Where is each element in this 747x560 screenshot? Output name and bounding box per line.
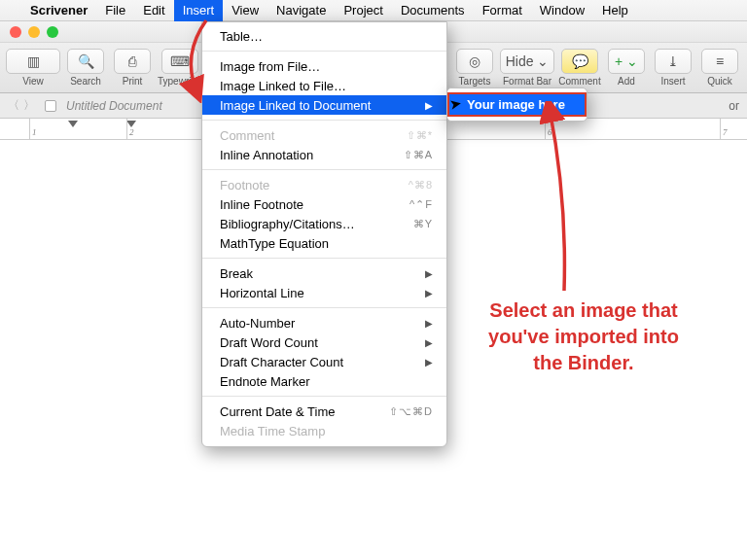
- menu-item-comment: Comment⇧⌘*: [202, 125, 446, 145]
- ruler-tick: 7: [720, 119, 728, 139]
- menu-shortcut: ⌘Y: [413, 218, 433, 230]
- menu-item-endnote-marker[interactable]: Endnote Marker: [202, 371, 446, 391]
- menu-shortcut: ⇧⌘*: [407, 129, 433, 142]
- menu-separator: [202, 258, 446, 259]
- toolbar-add[interactable]: + ⌄Add: [605, 49, 648, 87]
- menu-item-label: Inline Annotation: [220, 148, 313, 162]
- submenu-arrow-icon: ▶: [425, 337, 433, 348]
- submenu-arrow-icon: ▶: [425, 288, 433, 298]
- formatbar-icon: Hide ⌄: [500, 49, 554, 74]
- menu-item-draft-character-count[interactable]: Draft Character Count▶: [202, 352, 446, 371]
- menu-item-bibliography-citations[interactable]: Bibliography/Citations…⌘Y: [202, 214, 446, 233]
- toolbar-view[interactable]: ▥View: [6, 49, 60, 87]
- minimize-window-button[interactable]: [28, 26, 40, 38]
- menu-item-label: Draft Character Count: [220, 355, 343, 369]
- toolbar-insert[interactable]: ⤓Insert: [652, 49, 694, 87]
- zoom-window-button[interactable]: [47, 26, 58, 38]
- submenu-arrow-icon: ▶: [425, 357, 433, 368]
- menu-item-draft-word-count[interactable]: Draft Word Count▶: [202, 332, 446, 352]
- typewriter-icon: ⌨: [161, 49, 198, 74]
- menu-separator: [202, 307, 446, 308]
- view-icon: ▥: [6, 49, 60, 74]
- search-icon: 🔍: [67, 49, 104, 74]
- toolbar-quick-label: Quick: [707, 76, 732, 87]
- menu-item-label: Break: [220, 266, 253, 281]
- menu-separator: [202, 51, 446, 52]
- toolbar-insert-label: Insert: [660, 76, 685, 87]
- menu-item-inline-annotation[interactable]: Inline Annotation⇧⌘A: [202, 145, 446, 164]
- traffic-lights: [0, 26, 58, 38]
- menu-item-break[interactable]: Break▶: [202, 263, 446, 283]
- menu-item-label: Horizontal Line: [220, 286, 304, 300]
- menu-item-image-from-file[interactable]: Image from File…: [202, 56, 446, 76]
- toolbar-comment[interactable]: 💬Comment: [558, 49, 601, 87]
- menu-item-auto-number[interactable]: Auto-Number▶: [202, 313, 446, 332]
- toolbar-print[interactable]: ⎙Print: [111, 49, 154, 87]
- menubar-file[interactable]: File: [96, 0, 134, 21]
- menubar-view[interactable]: View: [223, 0, 267, 21]
- menu-item-media-time-stamp: Media Time Stamp: [202, 421, 446, 440]
- menubar-window[interactable]: Window: [531, 0, 593, 21]
- menu-item-horizontal-line[interactable]: Horizontal Line▶: [202, 283, 446, 302]
- toolbar-formatbar-label: Format Bar: [503, 76, 551, 87]
- toolbar-quick[interactable]: ≡Quick: [698, 49, 741, 87]
- menu-item-label: MathType Equation: [220, 236, 329, 251]
- menu-item-label: Comment: [220, 128, 274, 143]
- forward-button[interactable]: 〉: [23, 97, 35, 114]
- menu-item-inline-footnote[interactable]: Inline Footnote^⌃F: [202, 194, 446, 214]
- style-note: or: [729, 99, 739, 113]
- include-checkbox[interactable]: [45, 100, 56, 112]
- menubar-insert[interactable]: Insert: [174, 0, 224, 21]
- menu-separator: [202, 396, 446, 397]
- menu-item-label: Media Time Stamp: [220, 424, 325, 438]
- toolbar-search[interactable]: 🔍Search: [64, 49, 107, 87]
- close-window-button[interactable]: [10, 26, 21, 38]
- menu-shortcut: ^⌘8: [409, 179, 433, 192]
- submenu-arrow-icon: ▶: [425, 268, 433, 279]
- toolbar-comment-label: Comment: [558, 76, 600, 87]
- menubar-documents[interactable]: Documents: [392, 0, 474, 21]
- menu-item-mathtype-equation[interactable]: MathType Equation: [202, 233, 446, 253]
- menu-item-image-linked-to-document[interactable]: Image Linked to Document▶: [202, 95, 446, 115]
- toolbar-formatbar[interactable]: Hide ⌄Format Bar: [500, 49, 554, 87]
- menu-item-label: Image from File…: [220, 59, 320, 74]
- menu-shortcut: ⇧⌘A: [404, 149, 433, 161]
- toolbar-targets[interactable]: ◎Targets: [453, 49, 496, 87]
- menubar-edit[interactable]: Edit: [134, 0, 173, 21]
- menubar-help[interactable]: Help: [593, 0, 637, 21]
- toolbar-targets-label: Targets: [459, 76, 491, 87]
- menu-item-label: Footnote: [220, 178, 269, 192]
- menubar-format[interactable]: Format: [474, 0, 531, 21]
- menu-item-footnote: Footnote^⌘8: [202, 175, 446, 194]
- menu-item-table[interactable]: Table…: [202, 26, 446, 46]
- back-button[interactable]: 〈: [8, 97, 19, 114]
- ruler-indent-marker[interactable]: [68, 121, 78, 127]
- ruler-tick: 2: [126, 119, 134, 139]
- submenu-item-your-image[interactable]: Your image here: [447, 92, 587, 117]
- menu-item-label: Image Linked to Document: [220, 98, 371, 113]
- insert-menu: Table…Image from File…Image Linked to Fi…: [201, 21, 447, 447]
- toolbar-add-label: Add: [618, 76, 635, 87]
- toolbar-view-label: View: [22, 76, 44, 87]
- menubar-navigate[interactable]: Navigate: [267, 0, 335, 21]
- toolbar-typewriter-label: Typewriter: [158, 76, 202, 87]
- menu-shortcut: ^⌃F: [409, 198, 433, 211]
- annotation-text: Select an image that you've imported int…: [477, 298, 691, 376]
- menu-item-label: Endnote Marker: [220, 374, 310, 389]
- ruler-tick: 1: [29, 119, 37, 139]
- menu-item-label: Draft Word Count: [220, 335, 318, 350]
- menubar-project[interactable]: Project: [335, 0, 391, 21]
- breadcrumb-doc[interactable]: Untitled Document: [66, 99, 162, 113]
- print-icon: ⎙: [114, 49, 151, 74]
- add-icon: + ⌄: [608, 49, 645, 74]
- menu-item-label: Bibliography/Citations…: [220, 217, 355, 231]
- menu-item-current-date-time[interactable]: Current Date & Time⇧⌥⌘D: [202, 402, 446, 421]
- menu-item-label: Image Linked to File…: [220, 79, 346, 93]
- menubar-app[interactable]: Scrivener: [21, 0, 96, 21]
- toolbar-typewriter[interactable]: ⌨Typewriter: [158, 49, 202, 87]
- menu-item-label: Current Date & Time: [220, 404, 336, 419]
- menu-item-image-linked-to-file[interactable]: Image Linked to File…: [202, 76, 446, 95]
- quick-icon: ≡: [701, 49, 738, 74]
- image-linked-to-document-submenu: Your image here: [446, 88, 587, 122]
- targets-icon: ◎: [456, 49, 493, 74]
